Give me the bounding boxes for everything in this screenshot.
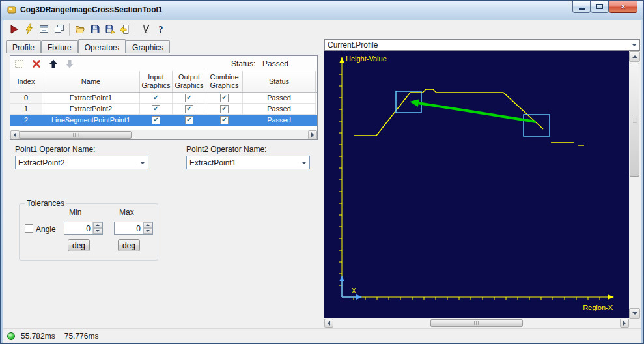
scroll-down-button[interactable] bbox=[629, 308, 640, 319]
scroll-left-button[interactable] bbox=[10, 130, 20, 139]
tab-profile[interactable]: Profile bbox=[6, 40, 41, 53]
minimize-button[interactable] bbox=[572, 1, 591, 13]
combine-graphics-checkbox[interactable]: ✔ bbox=[220, 116, 229, 124]
angle-checkbox[interactable] bbox=[25, 224, 33, 233]
close-icon: ✕ bbox=[620, 3, 626, 10]
scroll-right-button[interactable] bbox=[620, 319, 629, 328]
operator-row[interactable]: 1ExtractPoint2✔✔✔Passed bbox=[10, 104, 317, 115]
display-horizontal-scrollbar[interactable] bbox=[324, 319, 629, 328]
operator-index-cell: 1 bbox=[10, 104, 42, 115]
display-vscroll-thumb[interactable] bbox=[630, 63, 639, 177]
angle-max-unit-button[interactable]: deg bbox=[118, 239, 140, 251]
tab-graphics[interactable]: Graphics bbox=[126, 40, 170, 53]
tab-operators[interactable]: Operators bbox=[78, 39, 126, 53]
origin-axis-label: X bbox=[352, 287, 356, 294]
operator-row[interactable]: 0ExtractPoint1✔✔✔Passed bbox=[10, 93, 317, 104]
point-selection-box bbox=[524, 115, 550, 136]
column-header-output-graphics: Output Graphics bbox=[173, 71, 206, 92]
display-vertical-scrollbar[interactable] bbox=[629, 51, 640, 319]
toolbar-separator bbox=[69, 23, 70, 36]
status-label: Status: bbox=[231, 59, 255, 68]
scroll-right-icon bbox=[311, 132, 314, 137]
save-as-button[interactable] bbox=[102, 22, 117, 37]
close-button[interactable]: ✕ bbox=[609, 1, 637, 13]
scroll-up-button[interactable] bbox=[629, 51, 640, 62]
tab-fixture[interactable]: Fixture bbox=[41, 40, 78, 53]
caption-buttons: ✕ bbox=[572, 1, 637, 13]
column-header-combine-graphics: Combine Graphics bbox=[206, 71, 243, 92]
column-header-name: Name bbox=[42, 71, 140, 92]
minimize-icon bbox=[579, 8, 585, 10]
scroll-left-button[interactable] bbox=[324, 319, 333, 328]
operator-row[interactable]: 2LineSegmentPointPoint1✔✔✔Passed bbox=[10, 115, 317, 126]
record-selector-value: Current.Profile bbox=[325, 40, 628, 50]
total-time: 75.776ms bbox=[64, 332, 99, 341]
save-as-icon bbox=[104, 23, 116, 35]
pane-splitter[interactable] bbox=[321, 39, 324, 328]
decrement-button[interactable] bbox=[93, 228, 102, 234]
import-button[interactable] bbox=[117, 22, 132, 37]
scroll-right-button[interactable] bbox=[308, 130, 317, 139]
min-label: Min bbox=[69, 208, 81, 217]
operator-name-cell: ExtractPoint1 bbox=[42, 93, 140, 104]
tolerances-group: Tolerances Min Max Angle 0 0 deg deg bbox=[19, 203, 158, 261]
point2-operator-combobox[interactable]: ExtractPoint1 bbox=[186, 156, 310, 169]
grid-horizontal-scrollbar[interactable] bbox=[10, 130, 317, 139]
checkbox-cell: ✔ bbox=[206, 115, 243, 126]
save-icon bbox=[89, 23, 101, 35]
move-down-button[interactable] bbox=[63, 57, 76, 70]
delete-operator-button[interactable] bbox=[29, 57, 43, 70]
angle-min-input[interactable]: 0 bbox=[64, 222, 103, 235]
y-axis-arrowhead bbox=[339, 57, 344, 63]
scrollbar-corner bbox=[629, 319, 640, 328]
angle-max-input[interactable]: 0 bbox=[114, 222, 153, 235]
angle-min-unit-button[interactable]: deg bbox=[68, 239, 90, 251]
increment-button[interactable] bbox=[93, 222, 102, 228]
scroll-left-icon bbox=[14, 132, 16, 137]
point1-operator-label: Point1 Operator Name: bbox=[15, 145, 95, 154]
scroll-down-icon bbox=[632, 312, 637, 315]
angle-min-spinner bbox=[92, 222, 102, 234]
grid-toolbar: Status: Passed bbox=[10, 56, 317, 71]
help-button[interactable]: ? bbox=[153, 22, 168, 37]
chevron-down-icon bbox=[137, 156, 148, 169]
point2-operator-value: ExtractPoint1 bbox=[187, 158, 298, 167]
operator-index-cell: 0 bbox=[10, 93, 42, 104]
display-hscroll-thumb[interactable] bbox=[430, 319, 523, 327]
grid-scroll-thumb[interactable] bbox=[20, 131, 132, 139]
output-graphics-checkbox[interactable]: ✔ bbox=[185, 94, 193, 102]
run-button[interactable] bbox=[7, 22, 21, 37]
combine-graphics-checkbox[interactable]: ✔ bbox=[220, 105, 229, 113]
result-display-button[interactable] bbox=[36, 22, 51, 37]
input-graphics-checkbox[interactable]: ✔ bbox=[152, 116, 160, 124]
point1-operator-combobox[interactable]: ExtractPoint2 bbox=[15, 156, 148, 169]
record-selector-combobox[interactable]: Current.Profile bbox=[324, 39, 640, 51]
electric-run-button[interactable] bbox=[21, 22, 36, 37]
move-up-button[interactable] bbox=[46, 57, 60, 70]
output-graphics-checkbox[interactable]: ✔ bbox=[185, 105, 193, 113]
decrement-button[interactable] bbox=[143, 228, 152, 234]
scroll-right-icon bbox=[623, 321, 626, 326]
x-axis-arrowhead bbox=[608, 294, 614, 300]
add-operator-button[interactable] bbox=[12, 57, 26, 70]
profile-line bbox=[354, 89, 543, 136]
maximize-button[interactable] bbox=[591, 1, 609, 13]
checkbox-cell: ✔ bbox=[206, 93, 243, 104]
max-label: Max bbox=[119, 208, 134, 217]
profile-display[interactable]: Height-Value Region-X X bbox=[324, 51, 629, 318]
save-button[interactable] bbox=[87, 22, 102, 37]
window: Cog3DRangeImageCrossSectionTool1 ✕ bbox=[0, 0, 644, 344]
increment-button[interactable] bbox=[143, 222, 152, 228]
column-header-index: Index bbox=[10, 71, 42, 92]
scroll-up-icon bbox=[632, 55, 637, 58]
input-graphics-checkbox[interactable]: ✔ bbox=[152, 94, 160, 102]
window-title: Cog3DRangeImageCrossSectionTool1 bbox=[20, 5, 162, 14]
output-graphics-checkbox[interactable]: ✔ bbox=[185, 116, 193, 124]
open-button[interactable] bbox=[72, 22, 87, 37]
measure-button[interactable] bbox=[138, 22, 153, 37]
new-window-button[interactable] bbox=[51, 22, 66, 37]
combine-graphics-checkbox[interactable]: ✔ bbox=[220, 94, 229, 102]
operator-status-cell: Passed bbox=[243, 104, 316, 115]
input-graphics-checkbox[interactable]: ✔ bbox=[152, 105, 160, 113]
checkbox-cell: ✔ bbox=[140, 104, 173, 115]
